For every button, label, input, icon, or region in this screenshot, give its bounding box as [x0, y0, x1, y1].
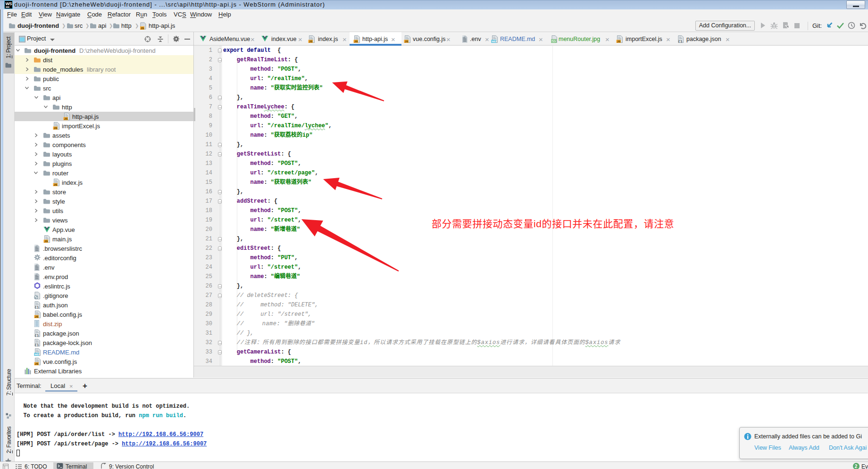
svg-text:JS: JS — [405, 40, 409, 43]
svg-text:2: 2 — [855, 464, 858, 469]
svg-text:JS: JS — [309, 40, 313, 43]
svg-text:JS: JS — [54, 183, 58, 186]
svg-text:JS: JS — [35, 362, 39, 365]
svg-text:MD: MD — [492, 40, 496, 43]
svg-text:{}: {} — [34, 333, 39, 337]
svg-text:JS: JS — [54, 126, 58, 130]
svg-text:JS: JS — [354, 40, 358, 43]
svg-text:JS: JS — [617, 40, 621, 43]
svg-text:JS: JS — [44, 239, 48, 243]
svg-text:MD: MD — [34, 353, 39, 356]
svg-text:JS: JS — [35, 315, 39, 318]
svg-text:{}: {} — [678, 39, 683, 43]
svg-text:JS: JS — [64, 117, 68, 120]
svg-text:{}: {} — [34, 305, 39, 309]
svg-text:JS: JS — [141, 27, 144, 30]
svg-text:{}: {} — [34, 343, 39, 346]
